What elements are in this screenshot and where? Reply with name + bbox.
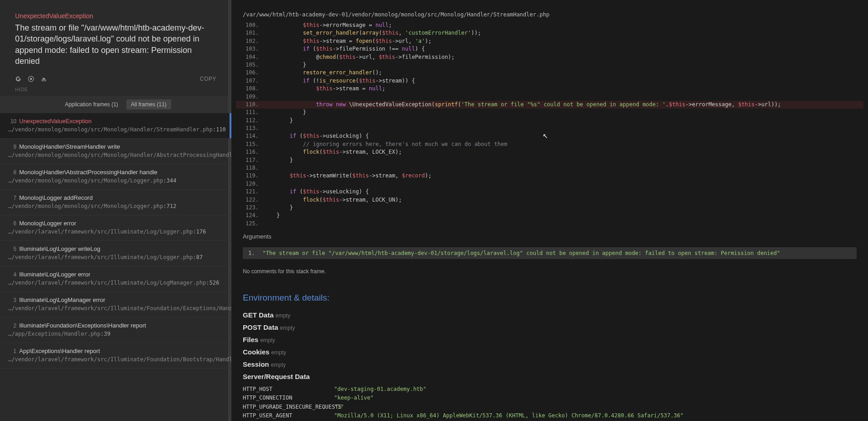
- code-line: 118.: [236, 164, 863, 172]
- line-number: 124.: [236, 212, 263, 219]
- line-content: [263, 93, 863, 101]
- error-message: The stream or file "/var/www/html/htb-ac…: [15, 22, 216, 67]
- code-line: 108. $this->stream = null;: [236, 85, 863, 93]
- stack-frame[interactable]: 2Illuminate\Foundation\Exceptions\Handle…: [0, 317, 231, 343]
- line-number: 116.: [236, 148, 263, 156]
- stack-frame[interactable]: 9Monolog\Handler\StreamHandler write…/ve…: [0, 139, 231, 164]
- frame-number: 9: [8, 144, 16, 150]
- hide-button[interactable]: HIDE: [0, 87, 231, 96]
- line-number: 106.: [236, 69, 263, 77]
- code-line: 122. flock($this->stream, LOCK_UN);: [236, 196, 863, 204]
- frame-title: Illuminate\Log\LogManager error: [19, 296, 105, 303]
- tab-all-frames[interactable]: All frames (11): [126, 99, 171, 109]
- code-line: 103. if ($this->filePermission !== null)…: [236, 45, 863, 53]
- data-group-empty: empty: [271, 349, 286, 356]
- copy-button[interactable]: COPY: [200, 76, 216, 82]
- code-line: 113.: [236, 125, 863, 132]
- server-key: HTTP_CONNECTION: [243, 394, 334, 402]
- data-group-empty: empty: [271, 362, 286, 368]
- arguments-title: Arguments: [231, 228, 868, 243]
- frame-title: Illuminate\Foundation\Exceptions\Handler…: [19, 322, 146, 329]
- code-line: 107. if (!is_resource($this->stream)) {: [236, 77, 863, 85]
- frame-number: 1: [8, 348, 16, 354]
- line-number: 111.: [236, 109, 263, 116]
- arguments-block: 1. "The stream or file "/var/www/html/ht…: [231, 243, 868, 264]
- frame-path: …/app/Exceptions/Handler.php:39: [8, 331, 223, 337]
- stack-frame[interactable]: 6Monolog\Logger error…/vendor/laravel/fr…: [0, 215, 231, 241]
- stack-frame[interactable]: 4Illuminate\Log\Logger error…/vendor/lar…: [0, 266, 231, 292]
- data-group-label: Cookies: [243, 348, 269, 356]
- server-data-label: Server/Request Data: [243, 373, 310, 380]
- line-content: if ($this->filePermission !== null) {: [263, 45, 863, 53]
- env-data-group[interactable]: Filesempty: [243, 336, 857, 343]
- data-group-empty: empty: [276, 312, 291, 319]
- frame-title: Illuminate\Log\Logger error: [19, 271, 90, 278]
- line-number: 101.: [236, 29, 263, 37]
- line-content: [263, 220, 863, 228]
- frame-path: …/vendor/laravel/framework/src/Illuminat…: [8, 356, 223, 363]
- frame-title: Monolog\Logger addRecord: [19, 194, 93, 201]
- frame-title: Monolog\Handler\StreamHandler write: [19, 143, 120, 150]
- main-panel: /var/www/html/htb-academy-dev-01/vendor/…: [231, 0, 868, 421]
- code-block: 100. $this->errorMessage = null;101. set…: [231, 21, 868, 228]
- line-content: $this->stream = null;: [263, 85, 863, 93]
- data-group-label: GET Data: [243, 311, 274, 319]
- data-group-empty: empty: [260, 337, 275, 343]
- env-title: Environment & details:: [243, 293, 857, 303]
- line-number: 109.: [236, 93, 263, 101]
- server-value: "dev-staging-01.academy.htb": [334, 385, 857, 394]
- data-group-label: Session: [243, 360, 269, 368]
- line-number: 117.: [236, 156, 263, 164]
- code-line: 110. throw new \UnexpectedValueException…: [236, 101, 863, 109]
- server-data-row: HTTP_UPGRADE_INSECURE_REQUESTS"1": [243, 403, 857, 411]
- code-line: 116. flock($this->stream, LOCK_EX);: [236, 148, 863, 156]
- line-number: 123.: [236, 204, 263, 212]
- server-data-row: HTTP_USER_AGENT"Mozilla/5.0 (X11; Linux …: [243, 411, 857, 420]
- frame-number: 4: [8, 271, 16, 278]
- duckduckgo-icon[interactable]: [28, 76, 34, 82]
- frame-path: …/vendor/monolog/monolog/src/Monolog/Han…: [8, 126, 223, 133]
- stack-frame[interactable]: 8Monolog\Handler\AbstractProcessingHandl…: [0, 164, 231, 190]
- data-group-empty: empty: [280, 325, 295, 331]
- stackoverflow-icon[interactable]: [41, 76, 47, 82]
- line-content: // ignoring errors here, there's not muc…: [263, 140, 863, 148]
- frame-title: Monolog\Handler\AbstractProcessingHandle…: [19, 169, 157, 176]
- code-line: 115. // ignoring errors here, there's no…: [236, 140, 863, 148]
- frame-title: Illuminate\Log\Logger writeLog: [19, 245, 100, 252]
- stack-frame[interactable]: 10UnexpectedValueException…/vendor/monol…: [0, 113, 231, 139]
- code-line: 104. @chmod($this->url, $this->filePermi…: [236, 53, 863, 61]
- line-number: 115.: [236, 140, 263, 148]
- frame-number: 6: [8, 220, 16, 227]
- stack-frame[interactable]: 3Illuminate\Log\LogManager error…/vendor…: [0, 292, 231, 317]
- line-number: 108.: [236, 85, 263, 93]
- env-data-group[interactable]: Cookiesempty: [243, 348, 857, 356]
- line-content: $this->streamWrite($this->stream, $recor…: [263, 172, 863, 180]
- frame-path: …/vendor/monolog/monolog/src/Monolog/Log…: [8, 177, 223, 184]
- stack-frame[interactable]: 7Monolog\Logger addRecord…/vendor/monolo…: [0, 190, 231, 215]
- line-number: 105.: [236, 61, 263, 69]
- line-number: 119.: [236, 172, 263, 180]
- google-icon[interactable]: [15, 76, 21, 82]
- server-value: "Mozilla/5.0 (X11; Linux x86_64) AppleWe…: [334, 411, 857, 420]
- server-key: HTTP_HOST: [243, 385, 334, 394]
- code-line: 120.: [236, 180, 863, 188]
- frame-path: …/vendor/monolog/monolog/src/Monolog/Han…: [8, 152, 223, 158]
- code-line: 102. $this->stream = fopen($this->url, '…: [236, 37, 863, 45]
- line-content: if ($this->useLocking) {: [263, 188, 863, 196]
- line-content: flock($this->stream, LOCK_UN);: [263, 196, 863, 204]
- env-data-group[interactable]: POST Dataempty: [243, 323, 857, 331]
- line-number: 113.: [236, 125, 263, 132]
- data-group-label: POST Data: [243, 323, 278, 331]
- code-line: 106. restore_error_handler();: [236, 69, 863, 77]
- frame-title: UnexpectedValueException: [19, 118, 92, 125]
- line-content: }: [263, 204, 863, 212]
- line-content: [263, 125, 863, 132]
- line-number: 104.: [236, 53, 263, 61]
- line-content: restore_error_handler();: [263, 69, 863, 77]
- stack-frame[interactable]: 1App\Exceptions\Handler report…/vendor/l…: [0, 343, 231, 369]
- env-data-group[interactable]: Sessionempty: [243, 360, 857, 368]
- env-data-group[interactable]: GET Dataempty: [243, 311, 857, 319]
- frame-number: 2: [8, 322, 16, 329]
- stack-frame[interactable]: 5Illuminate\Log\Logger writeLog…/vendor/…: [0, 241, 231, 266]
- tab-application-frames[interactable]: Application frames (1): [60, 99, 123, 109]
